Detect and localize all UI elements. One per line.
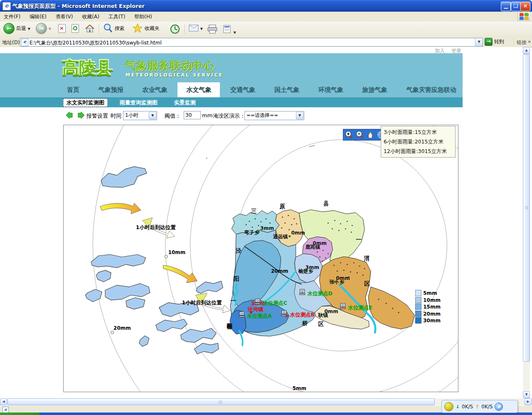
links-chevron-icon[interactable]: »: [528, 39, 531, 44]
start-button-edge[interactable]: [0, 413, 39, 415]
rain-wanzixiang: 3mm: [260, 225, 274, 231]
search-button[interactable]: 搜索: [103, 23, 125, 35]
menu-view[interactable]: 查看(V): [52, 12, 77, 22]
nav-tab-agriculture[interactable]: 农业气象: [134, 82, 176, 97]
char-qiao: 桥: [302, 320, 308, 326]
rain-tongyuanzhen: 0mm: [291, 230, 305, 236]
legend-swatch-5mm: [415, 290, 421, 296]
edit-dropdown-icon[interactable]: ▼: [234, 31, 236, 35]
mail-dropdown-icon[interactable]: ▼: [200, 27, 203, 31]
time-select[interactable]: 1小时 ▼: [123, 111, 157, 120]
address-value: E:\气象台\原型20110530\原型20110530\swyb-list.h…: [30, 40, 162, 47]
network-speed-widget[interactable]: ↓ 0K/S ↑ 0K/S e: [441, 400, 518, 413]
station-E-label: 水位测点E: [347, 304, 372, 311]
rain-gengzhen: 0mm: [325, 309, 338, 314]
main-navigation: 首页 气象预报 农业气象 水文气象 交通气象 国土气象 环境气象 旅游气象 气象…: [0, 82, 463, 97]
station-A-label: 水位测点A: [246, 313, 272, 319]
subnav-live-view[interactable]: 实景监测: [171, 99, 199, 106]
scroll-left-icon[interactable]: ◀: [0, 398, 7, 405]
forward-dropdown-icon[interactable]: ▼: [49, 27, 51, 31]
links-label[interactable]: 链接: [517, 39, 527, 46]
scroll-up-icon[interactable]: ▲: [523, 47, 530, 54]
contour-20mm-label: 20mm: [271, 268, 288, 274]
minimize-button[interactable]: ▁: [501, 2, 511, 11]
scroll-down-icon[interactable]: ▼: [523, 391, 530, 398]
map-zoom-in-icon[interactable]: [345, 131, 353, 139]
nav-tab-land[interactable]: 国土气象: [266, 82, 308, 97]
go-button[interactable]: → 转到: [485, 38, 504, 46]
refresh-button[interactable]: [71, 24, 79, 37]
station-B[interactable]: × 水位测点B: [281, 311, 315, 319]
favorites-label: 收藏夹: [145, 25, 160, 31]
back-button[interactable]: ← 后退 ▼: [3, 23, 30, 35]
menu-edit[interactable]: 编辑(E): [26, 12, 50, 22]
char-yang: 阳: [234, 276, 239, 282]
ring-label-20mm: 20mm: [113, 325, 131, 331]
menu-tools[interactable]: 工具(T): [105, 12, 129, 22]
vertical-scroll-thumb[interactable]: [523, 54, 530, 362]
stop-button[interactable]: ×: [58, 24, 66, 37]
home-button[interactable]: [85, 24, 95, 36]
favorites-button[interactable]: 收藏夹: [132, 23, 160, 35]
back-dropdown-icon[interactable]: ▼: [28, 27, 30, 31]
vertical-scrollbar[interactable]: ▲ ▼: [523, 47, 530, 398]
station-D-label: 水位测点D: [307, 290, 332, 296]
nav-tab-tourism[interactable]: 旅游气象: [354, 82, 396, 97]
map-zoom-out-icon[interactable]: [355, 131, 364, 139]
label-tongyuanzhen: 通远镇: [273, 234, 288, 240]
print-button[interactable]: [207, 25, 218, 37]
flood-select-dropdown-icon[interactable]: ▼: [296, 112, 303, 119]
time-select-dropdown-icon[interactable]: ▼: [149, 112, 156, 119]
hydrology-map[interactable]: 10mm 20mm 5mm: [63, 125, 458, 392]
back-icon: ←: [3, 23, 15, 34]
mail-button[interactable]: ▼: [189, 25, 203, 37]
forward-button[interactable]: → ▼: [36, 23, 51, 35]
status-page-icon: e: [2, 407, 9, 413]
restore-button[interactable]: ❏: [511, 2, 521, 11]
print-icon: [207, 25, 218, 34]
region-east-wedge: [368, 287, 415, 329]
char-dash-right: 一: [356, 237, 361, 243]
nav-tab-hydrology[interactable]: 水文气象: [177, 82, 220, 97]
refresh-icon: [72, 25, 78, 31]
nav-tab-forecast[interactable]: 气象预报: [90, 82, 132, 97]
rain-summary-6h: 6小时面雨量:2015立方米: [384, 137, 453, 146]
mail-icon: [189, 25, 199, 32]
address-input[interactable]: e E:\气象台\原型20110530\原型20110530\swyb-list…: [20, 38, 483, 47]
close-button[interactable]: ×: [520, 2, 530, 11]
nav-tab-environment[interactable]: 环境气象: [310, 82, 352, 97]
threshold-input[interactable]: 30: [184, 111, 201, 119]
edit-button[interactable]: ▼: [223, 25, 236, 37]
edit-icon: [223, 25, 232, 34]
map-pan-hand-icon[interactable]: [366, 131, 374, 139]
title-bar: e 气象预报页面原型 - Microsoft Internet Explorer…: [0, 0, 532, 12]
home-icon: [85, 24, 95, 34]
go-arrow-icon: →: [485, 38, 493, 46]
toolbar-separator: [99, 24, 100, 34]
nav-tab-emergency[interactable]: 气象灾害应急联动: [398, 82, 465, 97]
rain-summary-box: 3小时面雨量:15立方米 6小时面雨量:2015立方米 12小时面雨量:3015…: [381, 126, 456, 158]
menu-favorites[interactable]: 收藏(A): [78, 12, 103, 22]
next-arrow-icon: [78, 112, 84, 119]
legend-swatch-30mm: [415, 317, 421, 324]
scroll-right-icon[interactable]: ▶: [525, 398, 532, 405]
subnav-rainfall-query[interactable]: 雨量查询监测图: [117, 99, 160, 106]
nav-tab-home[interactable]: 首页: [58, 82, 88, 97]
pager-arrows[interactable]: [66, 111, 85, 119]
speed-monitor-icon: [444, 402, 453, 411]
rain-zhangbuxiang: 0mm: [336, 275, 350, 281]
menu-file[interactable]: 文件(F): [0, 12, 24, 22]
nav-tab-traffic[interactable]: 交通气象: [222, 82, 264, 97]
flood-demo-select[interactable]: ==请选择== ▼: [244, 111, 304, 120]
history-button[interactable]: [170, 24, 180, 36]
horizontal-scroll-thumb[interactable]: [7, 398, 435, 405]
legend-swatch-15mm: [415, 304, 421, 310]
label-wanzixiang: 弯子乡: [244, 230, 259, 235]
address-dropdown-icon[interactable]: ▼: [475, 38, 483, 46]
time-select-value: 1小时: [123, 112, 138, 118]
menu-help[interactable]: 帮助(H): [131, 12, 155, 22]
arrival-label-2: 1小时后到达位置: [182, 299, 222, 306]
subnav-realtime-monitor[interactable]: 水文实时监测图: [63, 99, 108, 107]
station-E-pc-icon: [340, 304, 345, 309]
legend-label-30mm: 30mm: [423, 318, 441, 324]
